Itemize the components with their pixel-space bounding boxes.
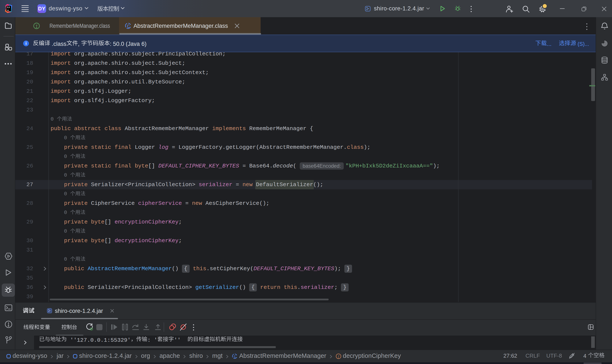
svg-text:I: I <box>35 24 38 29</box>
svg-text:C: C <box>234 355 236 359</box>
svg-text:IJ: IJ <box>7 6 10 9</box>
svg-text:C: C <box>127 24 130 29</box>
svg-text:f: f <box>338 355 339 359</box>
